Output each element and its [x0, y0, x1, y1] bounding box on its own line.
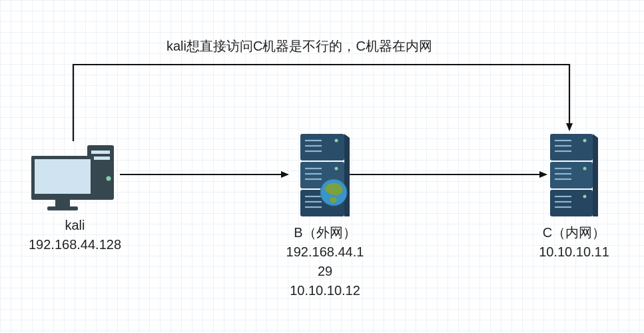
svg-rect-7 — [47, 206, 78, 210]
svg-point-22 — [335, 139, 338, 143]
kali-label: kali — [29, 216, 121, 235]
server-icon — [546, 131, 602, 219]
b-ip2: 29 — [286, 262, 364, 281]
arrow-kali-to-c-blocked — [73, 65, 569, 141]
node-b-labels: B（外网） 192.168.44.1 29 10.10.10.12 — [286, 223, 364, 300]
node-kali-labels: kali 192.168.44.128 — [29, 216, 121, 254]
svg-rect-5 — [35, 159, 91, 194]
node-b: B（外网） 192.168.44.1 29 10.10.10.12 — [292, 131, 358, 300]
workstation-icon — [29, 140, 122, 212]
kali-ip: 192.168.44.128 — [29, 235, 121, 254]
svg-rect-28 — [550, 162, 593, 188]
node-c-labels: C（内网） 10.10.10.11 — [539, 223, 609, 262]
c-label: C（内网） — [539, 223, 609, 242]
svg-point-3 — [106, 176, 111, 181]
svg-point-23 — [335, 167, 338, 170]
server-globe-icon — [295, 131, 355, 219]
b-ip1: 192.168.44.1 — [286, 242, 364, 262]
svg-point-41 — [583, 167, 587, 170]
svg-rect-2 — [91, 157, 110, 160]
svg-point-40 — [583, 139, 587, 143]
node-c: C（内网） 10.10.10.11 — [541, 131, 607, 262]
svg-marker-30 — [593, 134, 598, 216]
svg-point-42 — [583, 195, 587, 198]
b-ip3: 10.10.10.12 — [286, 281, 364, 300]
svg-rect-1 — [91, 151, 110, 154]
b-label: B（外网） — [286, 223, 364, 242]
svg-rect-29 — [550, 190, 593, 216]
c-ip: 10.10.10.11 — [539, 242, 609, 262]
svg-rect-27 — [550, 134, 593, 161]
svg-marker-11 — [344, 134, 350, 216]
svg-rect-6 — [55, 200, 70, 206]
node-kali: kali 192.168.44.128 — [27, 140, 123, 254]
diagram-title: kali想直接访问C机器是不行的，C机器在内网 — [166, 37, 432, 55]
title-text: kali想直接访问C机器是不行的，C机器在内网 — [166, 39, 432, 53]
